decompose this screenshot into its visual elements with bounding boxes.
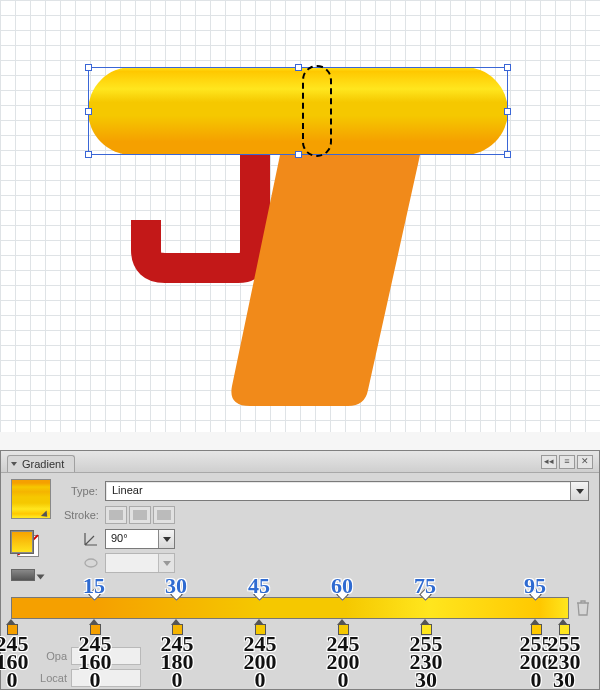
stroke-gradient-options [105,506,175,524]
gradient-angle-field[interactable]: 90° [105,529,175,549]
angle-icon [83,531,99,547]
svg-point-1 [85,559,97,567]
panel-body: Type: Linear Stroke: 90° [1,473,599,690]
gradient-type-value: Linear [112,484,143,496]
gradient-angle-value: 90° [111,532,128,544]
gradient-type-select[interactable]: Linear [105,481,589,501]
aspect-ratio-icon [83,555,99,571]
flyout-menu-button[interactable]: ≡ [559,455,575,469]
gradient-color-stop[interactable] [420,619,431,634]
selection-handle[interactable] [295,151,302,158]
ring-selection-marquee[interactable] [302,65,332,157]
gradient-color-stop[interactable] [6,619,17,634]
location-label: Locat [15,672,67,684]
selection-bounding-box[interactable] [88,67,508,155]
type-label: Type: [71,485,98,497]
panel-tab-gradient[interactable]: Gradient [7,455,75,472]
location-field [71,669,141,687]
selection-handle[interactable] [295,64,302,71]
annotation-rgb: 2452000 [237,635,283,689]
gradient-midpoint[interactable] [337,587,348,602]
annotation-rgb: 25523030 [541,635,587,689]
collapse-button[interactable]: ◂◂ [541,455,557,469]
stroke-label: Stroke: [64,509,99,521]
opacity-label: Opa [15,650,67,662]
gradient-panel: Gradient ◂◂ ≡ ✕ Type: Linear Stroke: 90° [0,450,600,690]
selection-handle[interactable] [85,151,92,158]
reverse-gradient-button[interactable] [11,569,35,581]
gradient-midpoint[interactable] [420,587,431,602]
gradient-midpoint[interactable] [89,587,100,602]
gradient-midpoint[interactable] [171,587,182,602]
gradient-midpoint[interactable] [530,587,541,602]
annotation-rgb: 2552000 [513,635,559,689]
stroke-option-across[interactable] [153,506,175,524]
selection-handle[interactable] [504,64,511,71]
stroke-option-along[interactable] [129,506,151,524]
selection-handle[interactable] [504,108,511,115]
gradient-color-stop[interactable] [254,619,265,634]
aspect-ratio-field [105,553,175,573]
chevron-down-icon [158,554,174,572]
gradient-color-stop[interactable] [530,619,541,634]
selection-handle[interactable] [85,108,92,115]
annotation-rgb: 2452000 [320,635,366,689]
selection-handle[interactable] [504,151,511,158]
close-panel-button[interactable]: ✕ [577,455,593,469]
panel-header: Gradient ◂◂ ≡ ✕ [1,451,599,473]
chevron-down-icon[interactable] [158,530,174,548]
gradient-color-stop[interactable] [337,619,348,634]
gradient-midpoint[interactable] [254,587,265,602]
stroke-option-within[interactable] [105,506,127,524]
gradient-color-stop[interactable] [171,619,182,634]
separator-gap [0,432,600,450]
fill-stroke-proxy[interactable] [11,531,43,559]
delete-stop-button[interactable] [575,599,591,617]
opacity-field [71,647,141,665]
artboard-canvas[interactable] [0,0,600,432]
annotation-rgb: 2451800 [154,635,200,689]
opacity-row: Opa [15,647,141,665]
gradient-color-stop[interactable] [89,619,100,634]
location-row: Locat [15,669,141,687]
fill-swatch[interactable] [11,531,33,553]
annotation-rgb: 25523030 [403,635,449,689]
gradient-color-stop[interactable] [558,619,569,634]
selection-handle[interactable] [85,64,92,71]
chevron-down-icon[interactable] [570,482,588,500]
